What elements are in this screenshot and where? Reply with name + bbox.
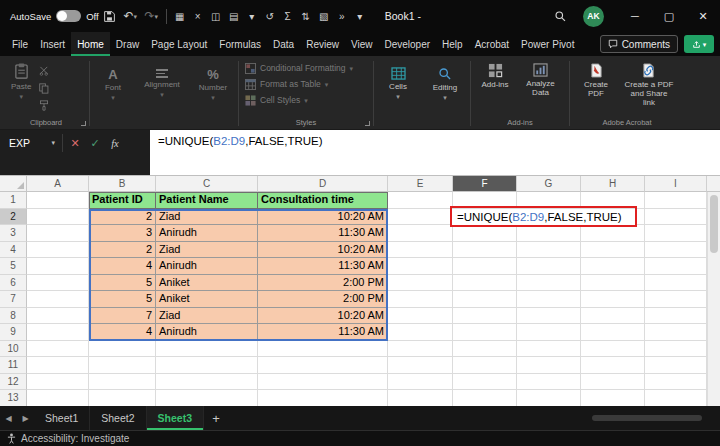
cell-B4[interactable]: 2 [89,242,156,259]
row-header-13[interactable]: 13 [0,390,27,406]
name-box-dropdown-icon[interactable]: ▾ [51,139,55,147]
cell-F5[interactable] [453,258,517,275]
analyze-data-button[interactable]: Analyze Data [519,60,563,116]
cell-H5[interactable] [581,258,645,275]
comments-button[interactable]: Comments [600,35,678,53]
ribbon-tab-draw[interactable]: Draw [110,32,145,56]
column-header-E[interactable]: E [388,176,453,192]
cell-G3[interactable] [517,225,581,242]
minimize-button[interactable]: ─ [618,0,652,32]
new-sheet-button[interactable]: + [204,406,228,430]
horizontal-scrollbar-thumb[interactable] [592,415,702,421]
copy-icon[interactable] [37,82,51,95]
cell-D12[interactable] [258,374,388,391]
cell-D5[interactable]: 11:30 AM [258,258,388,275]
cell-A12[interactable] [27,374,89,391]
fill-color-icon[interactable]: ▾ [243,5,261,27]
more-commands-icon[interactable]: » [333,5,351,27]
cell-C3[interactable]: Anirudh [156,225,258,242]
cell-I1[interactable] [645,192,707,209]
cell-I2[interactable] [645,209,707,226]
cell-E11[interactable] [388,357,453,374]
cell-E3[interactable] [388,225,453,242]
cell-G6[interactable] [517,275,581,292]
cell-E9[interactable] [388,324,453,341]
cell-F9[interactable] [453,324,517,341]
cell-C2[interactable]: Ziad [156,209,258,226]
row-header-4[interactable]: 4 [0,242,27,259]
cell-A8[interactable] [27,308,89,325]
cell-A3[interactable] [27,225,89,242]
cell-D13[interactable] [258,390,388,406]
cell-I9[interactable] [645,324,707,341]
row-header-1[interactable]: 1 [0,192,27,209]
sheet-tab-sheet3[interactable]: Sheet3 [147,406,204,430]
cell-G9[interactable] [517,324,581,341]
row-header-2[interactable]: 2 [0,209,27,226]
cell-D9[interactable]: 11:30 AM [258,324,388,341]
cell-I11[interactable] [645,357,707,374]
cell-D1[interactable]: Consultation time [258,192,388,209]
cell-E12[interactable] [388,374,453,391]
cell-E6[interactable] [388,275,453,292]
sort-filter-icon[interactable]: ⇅ [297,5,315,27]
cell-H6[interactable] [581,275,645,292]
close-button[interactable]: ✕ [686,0,720,32]
cell-C9[interactable]: Anirudh [156,324,258,341]
row-header-10[interactable]: 10 [0,341,27,358]
cell-C4[interactable]: Ziad [156,242,258,259]
cell-F11[interactable] [453,357,517,374]
active-cell-F2[interactable]: =UNIQUE(B2:D9,FALSE,TRUE) [452,209,635,226]
cell-D10[interactable] [258,341,388,358]
cell-C6[interactable]: Aniket [156,275,258,292]
cell-A5[interactable] [27,258,89,275]
alignment-group-button[interactable]: Alignment ▾ [138,66,186,98]
cell-D3[interactable]: 11:30 AM [258,225,388,242]
create-pdf-share-link-button[interactable]: Create a PDF and Share link [620,60,678,116]
ribbon-tab-home[interactable]: Home [71,32,110,56]
cell-A2[interactable] [27,209,89,226]
cell-B12[interactable] [89,374,156,391]
cell-A13[interactable] [27,390,89,406]
borders-icon[interactable]: ▤ [225,5,243,27]
cell-C10[interactable] [156,341,258,358]
cell-B5[interactable]: 4 [89,258,156,275]
cell-I6[interactable] [645,275,707,292]
ribbon-tab-file[interactable]: File [6,32,34,56]
cell-G7[interactable] [517,291,581,308]
cell-B8[interactable]: 7 [89,308,156,325]
row-header-7[interactable]: 7 [0,291,27,308]
row-header-3[interactable]: 3 [0,225,27,242]
ribbon-tab-formulas[interactable]: Formulas [213,32,267,56]
cell-G11[interactable] [517,357,581,374]
cell-H10[interactable] [581,341,645,358]
cell-A11[interactable] [27,357,89,374]
cell-E13[interactable] [388,390,453,406]
row-header-9[interactable]: 9 [0,324,27,341]
row-header-11[interactable]: 11 [0,357,27,374]
chart-icon[interactable]: ▧ [315,5,333,27]
ribbon-tab-acrobat[interactable]: Acrobat [469,32,515,56]
cell-A4[interactable] [27,242,89,259]
styles-dialog-launcher-icon[interactable] [365,121,370,126]
cell-E2[interactable] [388,209,453,226]
cell-F7[interactable] [453,291,517,308]
cell-I3[interactable] [645,225,707,242]
cell-A10[interactable] [27,341,89,358]
font-group-button[interactable]: A Font ▾ [94,65,132,101]
cell-H8[interactable] [581,308,645,325]
sheet-nav-left-icon[interactable]: ◀ [0,406,17,430]
name-box[interactable]: EXP ▾ [0,134,60,152]
cell-E4[interactable] [388,242,453,259]
cell-A9[interactable] [27,324,89,341]
ribbon-tab-insert[interactable]: Insert [34,32,71,56]
cell-G10[interactable] [517,341,581,358]
cell-E7[interactable] [388,291,453,308]
customize-qat-icon[interactable]: ▾ [351,5,369,27]
merge-center-icon[interactable]: ◫ [207,5,225,27]
cell-E1[interactable] [388,192,453,209]
autosave-toggle[interactable]: AutoSave Off [10,10,99,22]
cell-C5[interactable]: Anirudh [156,258,258,275]
cell-D11[interactable] [258,357,388,374]
cell-B10[interactable] [89,341,156,358]
